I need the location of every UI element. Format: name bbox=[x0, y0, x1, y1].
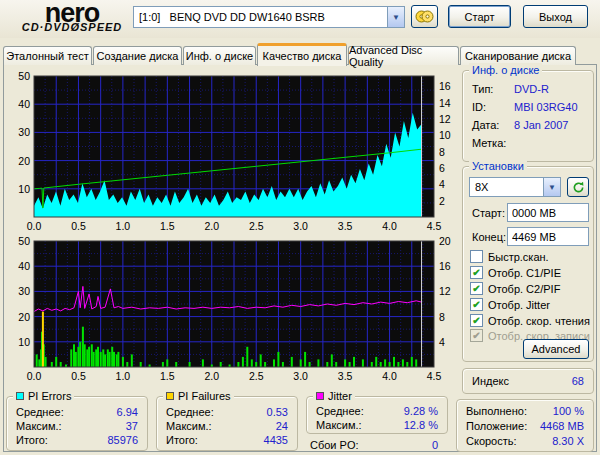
settings-title: Установки bbox=[469, 159, 527, 173]
done-value: 100 % bbox=[553, 405, 584, 417]
exit-button[interactable]: Выход bbox=[523, 5, 588, 28]
svg-text:20: 20 bbox=[439, 235, 451, 247]
speed-label: Скорость: bbox=[466, 435, 517, 447]
svg-text:50: 50 bbox=[18, 235, 30, 247]
checkbox-show-c2-pif[interactable]: ✔Отобр. C2/PIF bbox=[470, 282, 560, 295]
svg-text:30: 30 bbox=[18, 126, 30, 138]
svg-text:2.0: 2.0 bbox=[204, 370, 219, 382]
jitter-avg-label: Среднее: bbox=[316, 405, 364, 417]
drive-bus: [1:0] bbox=[139, 11, 160, 23]
po-failures-row: Сбои PO: 0 bbox=[310, 439, 438, 453]
start-button[interactable]: Старт bbox=[448, 5, 511, 28]
disc-id-label: ID: bbox=[472, 101, 486, 113]
pif-avg-value: 0.53 bbox=[267, 406, 288, 418]
drive-select-text: [1:0] BENQ DVD DD DW1640 BSRB bbox=[134, 11, 387, 23]
svg-text:4: 4 bbox=[439, 178, 445, 190]
svg-text:50: 50 bbox=[18, 70, 30, 82]
tab-disc-quality[interactable]: Качество диска bbox=[257, 43, 347, 66]
jitter-title: Jitter bbox=[328, 389, 352, 403]
pi-errors-stats-group: PI Errors Среднее:6.94 Максим.:37 Итого:… bbox=[6, 396, 148, 451]
disc-info-title: Инф. о диске bbox=[469, 63, 542, 77]
speed-select-dropdown-arrow-icon[interactable]: ▼ bbox=[543, 178, 560, 196]
tab-create-disc[interactable]: Создание диска bbox=[93, 46, 182, 65]
svg-text:20: 20 bbox=[18, 311, 30, 323]
position-value: 4468 MB bbox=[540, 420, 584, 432]
advanced-button[interactable]: Advanced bbox=[523, 339, 589, 359]
svg-text:10: 10 bbox=[439, 129, 451, 141]
jitter-max-value: 12.8 % bbox=[404, 419, 438, 431]
progress-group: Выполнено:100 % Положение:4468 MB Скорос… bbox=[456, 399, 594, 452]
svg-text:0.5: 0.5 bbox=[71, 370, 86, 382]
checkbox-fast-scan[interactable]: Быстр.скан. bbox=[470, 250, 549, 263]
pie-total-value: 85976 bbox=[107, 434, 138, 446]
index-label: Индекс bbox=[472, 375, 509, 387]
svg-text:4: 4 bbox=[439, 336, 445, 348]
disc-label-label: Метка: bbox=[472, 137, 506, 149]
svg-text:8: 8 bbox=[439, 311, 445, 323]
svg-text:30: 30 bbox=[18, 285, 30, 297]
drive-select-dropdown-arrow-icon[interactable]: ▼ bbox=[387, 7, 404, 27]
svg-text:3.0: 3.0 bbox=[293, 370, 308, 382]
jitter-max-label: Максим.: bbox=[316, 419, 362, 431]
svg-text:1.0: 1.0 bbox=[116, 370, 131, 382]
pi-failures-stats-group: PI Failures Среднее:0.53 Максим.:24 Итог… bbox=[156, 396, 298, 451]
pif-avg-label: Среднее: bbox=[166, 406, 214, 418]
pie-max-label: Максим.: bbox=[16, 420, 62, 432]
jitter-stats-group: Jitter Среднее:9.28 % Максим.:12.8 % bbox=[306, 396, 448, 434]
pi-errors-title: PI Errors bbox=[28, 389, 71, 403]
pi-errors-legend-icon bbox=[16, 392, 24, 400]
disc-id-value: MBI 03RG40 bbox=[514, 101, 578, 113]
end-mb-input[interactable] bbox=[507, 227, 589, 246]
refresh-icon bbox=[572, 181, 585, 194]
checkbox-show-c1-pie[interactable]: ✔Отобр. C1/PIE bbox=[470, 266, 561, 279]
c1-pie-checkbox-icon: ✔ bbox=[470, 266, 483, 279]
tab-advanced-disc-quality[interactable]: Advanced Disc Quality bbox=[348, 46, 459, 65]
done-label: Выполнено: bbox=[466, 405, 527, 417]
index-value: 68 bbox=[572, 375, 584, 387]
toolbar: nero CD·DVDØSPEED [1:0] BENQ DVD DD DW16… bbox=[0, 0, 600, 38]
svg-text:3.5: 3.5 bbox=[338, 370, 353, 382]
pif-max-value: 24 bbox=[276, 420, 288, 432]
jitter-legend-icon bbox=[316, 392, 324, 400]
pie-max-value: 37 bbox=[126, 420, 138, 432]
logo-cdspeed-text: CD·DVDØSPEED bbox=[8, 21, 136, 33]
svg-text:12: 12 bbox=[439, 285, 451, 297]
write-speed-checkbox-icon: ✔ bbox=[470, 329, 483, 342]
svg-text:8: 8 bbox=[439, 146, 445, 158]
svg-text:40: 40 bbox=[18, 260, 30, 272]
svg-text:12: 12 bbox=[439, 113, 451, 125]
pi-failures-title: PI Failures bbox=[178, 389, 231, 403]
jitter-avg-value: 9.28 % bbox=[404, 405, 438, 417]
drive-select[interactable]: [1:0] BENQ DVD DD DW1640 BSRB ▼ bbox=[133, 6, 405, 28]
po-failures-value: 0 bbox=[432, 439, 438, 451]
speed-select-text: 8X bbox=[470, 181, 543, 193]
start-mb-input[interactable] bbox=[507, 203, 589, 222]
disc-date-value: 8 Jan 2007 bbox=[514, 119, 568, 131]
svg-text:4.0: 4.0 bbox=[382, 370, 397, 382]
disc-info-group: Инф. о диске Тип:DVD-R ID:MBI 03RG40 Дат… bbox=[462, 70, 594, 162]
disc-info-button[interactable] bbox=[411, 5, 438, 28]
jitter-checkbox-icon: ✔ bbox=[470, 298, 483, 311]
disc-type-label: Тип: bbox=[472, 83, 493, 95]
svg-text:20: 20 bbox=[18, 155, 30, 167]
settings-group: Установки 8X ▼ Старт: Конец: Быстр.скан.… bbox=[462, 166, 594, 362]
svg-text:6: 6 bbox=[439, 162, 445, 174]
tab-benchmark[interactable]: Эталонный тест bbox=[3, 46, 92, 65]
tab-disc-info[interactable]: Инф. о диске bbox=[183, 46, 256, 65]
disc-type-value: DVD-R bbox=[514, 83, 549, 95]
position-label: Положение: bbox=[466, 420, 527, 432]
checkbox-show-read-speed[interactable]: ✔Отобр. скор. чтения bbox=[470, 314, 590, 327]
pi-failures-legend-icon bbox=[166, 392, 174, 400]
pi-failures-jitter-chart: 1020304050481216200.00.51.01.52.02.53.03… bbox=[6, 230, 458, 390]
nero-cd-dvd-speed-window: nero CD·DVDØSPEED [1:0] BENQ DVD DD DW16… bbox=[0, 0, 600, 455]
speed-select[interactable]: 8X ▼ bbox=[469, 177, 561, 197]
po-failures-label: Сбои PO: bbox=[310, 439, 359, 451]
pif-total-value: 4435 bbox=[264, 434, 288, 446]
fast-scan-checkbox-icon bbox=[470, 250, 483, 263]
pie-avg-value: 6.94 bbox=[117, 406, 138, 418]
refresh-button[interactable] bbox=[567, 177, 589, 197]
discs-icon bbox=[415, 9, 434, 24]
end-mb-label: Конец: bbox=[472, 231, 506, 243]
pi-errors-chart: 10203040502468101214160.00.51.01.52.02.5… bbox=[6, 68, 458, 232]
checkbox-show-jitter[interactable]: ✔Отобр. Jitter bbox=[470, 298, 550, 311]
